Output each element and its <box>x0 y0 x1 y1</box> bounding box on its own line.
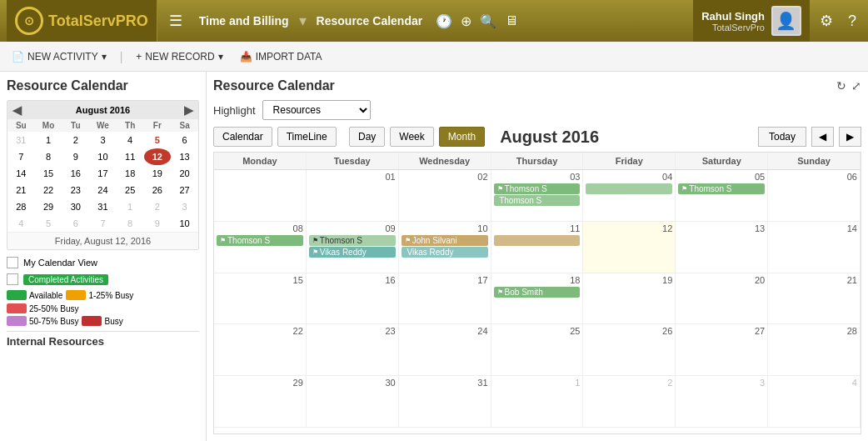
cal-cell-29[interactable]: 29 <box>214 376 307 428</box>
mini-cal-day[interactable]: 3 <box>171 198 198 215</box>
event-thomson-s-1[interactable]: ⚑ Thomson S <box>494 183 581 194</box>
import-data-button[interactable]: 📥 IMPORT DATA <box>237 49 326 64</box>
event-thomson-s-2[interactable] <box>586 183 672 194</box>
month-btn[interactable]: Month <box>439 127 485 147</box>
cal-cell-sep2[interactable]: 2 <box>583 376 676 428</box>
mini-cal-next[interactable]: ▶ <box>184 103 193 117</box>
cal-cell-25[interactable]: 25 <box>491 324 584 376</box>
cal-cell-22[interactable]: 22 <box>214 324 307 376</box>
mini-cal-day[interactable]: 6 <box>62 215 89 232</box>
mini-cal-day[interactable]: 6 <box>171 132 198 148</box>
mini-cal-day[interactable]: 13 <box>171 148 198 165</box>
mini-cal-day[interactable]: 19 <box>144 165 172 182</box>
mini-cal-day[interactable]: 2 <box>144 198 172 215</box>
mini-cal-day[interactable]: 10 <box>89 148 117 165</box>
new-activity-button[interactable]: 📄 NEW ACTIVITY ▾ <box>8 49 110 64</box>
mini-cal-day[interactable]: 9 <box>62 148 89 165</box>
event-thomson-s-cont-1[interactable]: Thomson S <box>494 195 581 206</box>
mini-cal-day[interactable]: 1 <box>117 198 144 215</box>
mini-cal-day[interactable]: 3 <box>89 132 117 148</box>
cal-cell-03[interactable]: 03 ⚑ Thomson S Thomson S <box>491 170 584 222</box>
cal-cell-12[interactable]: 12 <box>583 222 676 273</box>
event-bob-smith[interactable]: ⚑ Bob Smith <box>494 287 581 298</box>
new-activity-dropdown-icon[interactable]: ▾ <box>102 51 107 63</box>
mini-cal-day[interactable]: 25 <box>117 182 144 198</box>
cal-cell-15[interactable]: 15 <box>214 273 307 325</box>
mini-cal-day[interactable]: 1 <box>35 132 62 148</box>
mini-cal-day[interactable]: 8 <box>35 148 62 165</box>
cal-cell-18[interactable]: 18 ⚑ Bob Smith <box>491 273 584 325</box>
mini-cal-day[interactable]: 11 <box>117 148 144 165</box>
cal-cell-24[interactable]: 24 <box>399 324 491 376</box>
mini-cal-day[interactable]: 10 <box>171 215 198 232</box>
cal-cell-14[interactable]: 14 <box>768 222 861 273</box>
resource-calendar-link[interactable]: Resource Calendar <box>312 14 428 28</box>
highlight-select[interactable]: Resources <box>262 100 371 120</box>
cal-cell-10[interactable]: 10 ⚑ John Silvani Vikas Reddy <box>399 222 491 273</box>
mini-cal-day[interactable]: 23 <box>62 182 89 198</box>
event-thomson-s-5[interactable]: ⚑ Thomson S <box>309 235 396 246</box>
today-btn[interactable]: Today <box>758 127 806 147</box>
mini-cal-day[interactable]: 4 <box>7 215 35 232</box>
screen-icon[interactable]: 🖥 <box>505 13 518 28</box>
mini-cal-day[interactable]: 24 <box>89 182 117 198</box>
mini-cal-day[interactable]: 7 <box>89 215 117 232</box>
settings-icon[interactable]: ⚙ <box>815 12 838 30</box>
mini-cal-day[interactable]: 31 <box>7 132 35 148</box>
cal-cell-28[interactable]: 28 <box>768 324 861 376</box>
cal-cell-31[interactable]: 31 <box>399 376 491 428</box>
mini-cal-day[interactable]: 7 <box>7 148 35 165</box>
mini-cal-day[interactable]: 17 <box>89 165 117 182</box>
mini-cal-prev[interactable]: ◀ <box>12 103 22 117</box>
cal-cell-08[interactable]: 08 ⚑ Thomson S <box>214 222 307 273</box>
expand-icon[interactable]: ⤢ <box>851 79 861 93</box>
mini-cal-day[interactable]: 12 <box>144 148 172 165</box>
cal-cell-sep4[interactable]: 4 <box>768 376 861 428</box>
cal-cell-26[interactable]: 26 <box>583 324 676 376</box>
mini-cal-day[interactable]: 30 <box>62 198 89 215</box>
cal-cell-19[interactable]: 19 <box>583 273 676 325</box>
week-btn[interactable]: Week <box>390 127 433 147</box>
cal-cell-11[interactable]: 11 <box>491 222 584 273</box>
cal-cell-09[interactable]: 09 ⚑ Thomson S ⚑ Vikas Reddy <box>307 222 399 273</box>
mini-cal-day[interactable]: 14 <box>7 165 35 182</box>
mini-cal-day[interactable]: 20 <box>171 165 198 182</box>
completed-checkbox[interactable] <box>7 273 18 285</box>
next-month-btn[interactable]: ▶ <box>839 127 861 147</box>
mini-cal-day[interactable]: 2 <box>62 132 89 148</box>
refresh-icon[interactable]: ↻ <box>836 79 846 93</box>
search-icon[interactable]: 🔍 <box>480 13 496 29</box>
mini-cal-day[interactable]: 5 <box>144 132 172 148</box>
cal-cell-02[interactable]: 02 <box>399 170 491 222</box>
mini-cal-day[interactable]: 15 <box>35 165 62 182</box>
cal-cell-13[interactable]: 13 <box>676 222 768 273</box>
mini-cal-day[interactable]: 27 <box>171 182 198 198</box>
add-icon[interactable]: ⊕ <box>461 13 471 29</box>
mini-cal-day[interactable]: 22 <box>35 182 62 198</box>
event-john-silvani[interactable]: ⚑ John Silvani <box>402 235 488 246</box>
cal-cell-blank-1[interactable] <box>214 170 307 222</box>
mini-cal-day[interactable]: 21 <box>7 182 35 198</box>
hamburger-icon[interactable]: ☰ <box>162 12 189 30</box>
calendar-view-btn[interactable]: Calendar <box>213 127 272 147</box>
cal-cell-sep1[interactable]: 1 <box>491 376 584 428</box>
cal-cell-21[interactable]: 21 <box>768 273 861 325</box>
cal-cell-05[interactable]: 05 ⚑ Thomson S <box>676 170 768 222</box>
mini-cal-day[interactable]: 5 <box>35 215 62 232</box>
cal-cell-sep3[interactable]: 3 <box>676 376 768 428</box>
cal-cell-17[interactable]: 17 <box>399 273 491 325</box>
cal-cell-27[interactable]: 27 <box>676 324 768 376</box>
mini-cal-day[interactable]: 29 <box>35 198 62 215</box>
mini-cal-day[interactable]: 9 <box>144 215 172 232</box>
event-thomson-s-4[interactable]: ⚑ Thomson S <box>217 235 303 246</box>
cal-cell-04[interactable]: 04 <box>583 170 676 222</box>
cal-cell-16[interactable]: 16 <box>307 273 399 325</box>
timeline-view-btn[interactable]: TimeLine <box>277 127 337 147</box>
mini-cal-day[interactable]: 31 <box>89 198 117 215</box>
cal-cell-20[interactable]: 20 <box>676 273 768 325</box>
mini-cal-day[interactable]: 18 <box>117 165 144 182</box>
event-john-silvani-cont[interactable] <box>494 235 581 246</box>
cal-cell-06-07[interactable]: 06 <box>768 170 861 222</box>
history-icon[interactable]: 🕐 <box>436 13 452 29</box>
event-vikas-reddy-1[interactable]: ⚑ Vikas Reddy <box>309 247 396 258</box>
